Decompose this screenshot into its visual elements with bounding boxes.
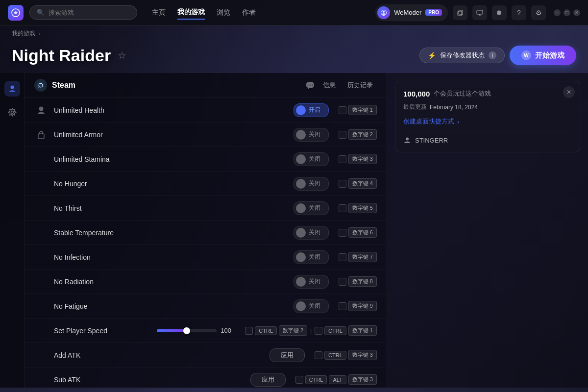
kbd-alt-sub-atk: ALT xyxy=(329,375,346,384)
breadcrumb-my-games[interactable]: 我的游戏 xyxy=(12,29,35,38)
svg-point-8 xyxy=(10,86,14,89)
cheat-name-no-hunger: No Hunger xyxy=(54,180,288,188)
cheat-icon-no-hunger xyxy=(34,177,48,191)
cheat-icon-no-thirst xyxy=(34,201,48,215)
toggle-stable-temperature[interactable]: 关闭 xyxy=(294,226,329,240)
kbd-checkbox-unlimited-stamina[interactable] xyxy=(339,155,346,163)
toggle-label: 关闭 xyxy=(309,302,320,310)
monitor-icon-btn[interactable] xyxy=(472,5,487,20)
kbd-checkbox-unlimited-health[interactable] xyxy=(339,106,346,114)
close-btn[interactable]: ✕ xyxy=(573,9,580,16)
toggle-dot xyxy=(296,252,306,262)
toggle-no-hunger[interactable]: 关闭 xyxy=(294,177,329,191)
toggle-label: 关闭 xyxy=(309,204,320,212)
slider-thumb[interactable] xyxy=(183,327,190,334)
close-card-button[interactable]: ✕ xyxy=(563,86,575,98)
info-badge: i xyxy=(489,51,496,59)
minimize-btn[interactable]: － xyxy=(554,9,561,16)
copy-icon-btn[interactable] xyxy=(453,5,467,20)
cheat-name-add-atk: Add ATK xyxy=(54,351,264,359)
cheat-icon-no-radiation xyxy=(34,275,48,289)
toggle-no-fatigue[interactable]: 关闭 xyxy=(294,299,329,313)
kbd-checkbox-no-hunger[interactable] xyxy=(339,180,346,188)
cheat-icon-unlimited-armor xyxy=(34,128,48,142)
kbd-checkbox2-set-player-speed[interactable] xyxy=(315,327,322,335)
nav-my-games[interactable]: 我的游戏 xyxy=(177,6,205,20)
toggle-unlimited-health[interactable]: 开启 xyxy=(294,103,329,117)
maximize-btn[interactable]: □ xyxy=(564,9,570,16)
main-nav: 主页 我的游戏 浏览 作者 xyxy=(152,6,375,20)
cheat-row-unlimited-stamina: Unlimited Stamina 关闭数字键 3 xyxy=(24,147,387,172)
last-update-date: February 18, 2024 xyxy=(430,104,478,111)
breadcrumb-sep: › xyxy=(38,30,40,37)
kbd-group-no-hunger: 数字键 4 xyxy=(339,178,377,189)
nav-author[interactable]: 作者 xyxy=(242,6,256,19)
settings-icon-btn[interactable]: ⚙ xyxy=(531,5,546,20)
cheat-name-stable-temperature: Stable Temperature xyxy=(54,229,288,237)
kbd-mod-sub-atk: CTRL xyxy=(305,375,327,384)
sidebar-icon-settings[interactable] xyxy=(4,104,20,120)
kbd-checkbox-no-radiation[interactable] xyxy=(339,278,346,286)
toggle-unlimited-stamina[interactable]: 关闭 xyxy=(294,152,329,166)
toggle-dot xyxy=(296,130,306,140)
pro-badge: PRO xyxy=(425,9,442,16)
kbd-checkbox-no-fatigue[interactable] xyxy=(339,302,346,310)
author-name: STINGERR xyxy=(415,137,448,144)
apply-btn-sub-atk[interactable]: 应用 xyxy=(250,373,286,387)
toggle-no-infection[interactable]: 关闭 xyxy=(294,250,329,264)
svg-rect-5 xyxy=(477,10,483,14)
help-icon-btn[interactable]: ? xyxy=(512,5,526,20)
user-badge[interactable]: WeModer PRO xyxy=(375,4,448,21)
tab-info[interactable]: 信息 xyxy=(319,79,340,92)
toggle-no-thirst[interactable]: 关闭 xyxy=(294,201,329,215)
arrow-icon: › xyxy=(457,118,459,125)
kbd-group-unlimited-health: 数字键 1 xyxy=(339,105,377,115)
kbd-checkbox-stable-temperature[interactable] xyxy=(339,229,346,237)
steam-icon xyxy=(34,79,47,92)
kbd-checkbox-no-thirst[interactable] xyxy=(339,204,346,212)
toggle-label: 开启 xyxy=(309,106,320,114)
chat-icon[interactable]: 💬 xyxy=(305,81,315,90)
platform-name: Steam xyxy=(52,81,300,90)
save-status-button[interactable]: ⚡ 保存修改器状态 i xyxy=(419,48,505,63)
cheat-name-sub-atk: Sub ATK xyxy=(54,376,245,384)
slider-fill xyxy=(157,329,187,332)
nav-home[interactable]: 主页 xyxy=(152,6,166,19)
header-actions: ⚡ 保存修改器状态 i W 开始游戏 xyxy=(419,46,576,65)
toggle-label: 关闭 xyxy=(309,130,320,139)
wemodder-logo: W xyxy=(521,50,531,60)
kbd-checkbox-sub-atk[interactable] xyxy=(295,376,303,384)
kbd-checkbox-set-player-speed[interactable] xyxy=(245,327,253,335)
favorite-icon[interactable]: ☆ xyxy=(118,49,126,61)
svg-rect-13 xyxy=(38,134,44,139)
kbd-mod-add-atk: CTRL xyxy=(324,351,346,360)
sidebar-icon-user[interactable] xyxy=(4,81,20,97)
toggle-unlimited-armor[interactable]: 关闭 xyxy=(294,128,329,142)
slider-set-player-speed[interactable]: 100 xyxy=(157,327,235,334)
discord-icon-btn[interactable] xyxy=(492,5,507,20)
main-content: Steam 💬 信息 历史记录 Unlimited Health 开启数字键 1… xyxy=(0,73,588,388)
kbd-group-add-atk: CTRL数字键 3 xyxy=(315,350,377,360)
tab-history[interactable]: 历史记录 xyxy=(343,79,377,92)
sidebar-icons xyxy=(0,73,24,388)
cheat-row-no-fatigue: No Fatigue 关闭数字键 9 xyxy=(24,294,387,318)
toggle-label: 关闭 xyxy=(309,179,320,188)
kbd-checkbox-add-atk[interactable] xyxy=(315,351,322,359)
kbd-checkbox-no-infection[interactable] xyxy=(339,253,346,261)
start-game-button[interactable]: W 开始游戏 xyxy=(510,46,576,65)
kbd-key-add-atk: 数字键 3 xyxy=(348,350,377,360)
search-input[interactable] xyxy=(49,9,130,16)
apply-btn-add-atk[interactable]: 应用 xyxy=(270,348,305,362)
toggle-dot xyxy=(296,154,306,164)
kbd-key2-set-player-speed: 数字键 1 xyxy=(348,325,377,336)
nav-browse[interactable]: 浏览 xyxy=(217,6,230,19)
create-shortcut-link[interactable]: 创建桌面快捷方式 › xyxy=(403,117,572,126)
stat-line: 100,000 个会员玩过这个游戏 xyxy=(403,89,572,98)
search-box[interactable]: 🔍 xyxy=(29,5,137,20)
kbd-key-unlimited-armor: 数字键 2 xyxy=(348,129,377,140)
toggle-no-radiation[interactable]: 关闭 xyxy=(294,275,329,289)
kbd-checkbox-unlimited-armor[interactable] xyxy=(339,131,346,139)
cheat-name-no-infection: No Infection xyxy=(54,253,288,261)
lightning-icon: ⚡ xyxy=(428,51,436,59)
cheat-row-no-thirst: No Thirst 关闭数字键 5 xyxy=(24,196,387,220)
